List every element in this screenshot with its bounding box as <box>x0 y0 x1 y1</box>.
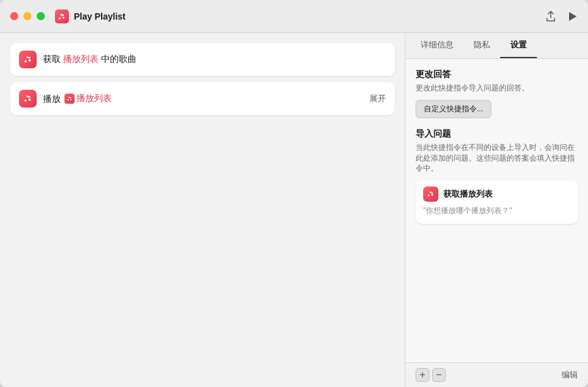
close-button[interactable] <box>10 12 18 20</box>
window-title: Play Playlist <box>74 11 126 22</box>
change-response-title: 更改回答 <box>416 69 578 80</box>
inline-music-icon <box>64 94 75 104</box>
action-play-playlist[interactable]: 播放 播放列表 展开 <box>10 82 395 115</box>
play-playlist-label: 播放 播放列表 <box>43 93 112 105</box>
svg-point-8 <box>70 99 71 100</box>
import-title: 导入问题 <box>416 128 578 140</box>
traffic-lights <box>10 12 45 20</box>
expand-button[interactable]: 展开 <box>361 87 395 111</box>
import-desc: 当此快捷指令在不同的设备上导入时，会询问在此处添加的问题。这些问题的答案会填入快… <box>416 142 578 174</box>
main-content: 获取 播放列表 中的歌曲 播放 <box>0 33 588 387</box>
svg-point-10 <box>431 194 433 195</box>
app-window: Play Playlist <box>0 0 588 387</box>
svg-point-6 <box>28 99 31 101</box>
import-question-card[interactable]: 获取播放列表 "你想播放哪个播放列表？" <box>416 180 578 224</box>
app-icon <box>55 9 69 23</box>
custom-shortcut-button[interactable]: 自定义快捷指令... <box>416 100 491 118</box>
tab-settings[interactable]: 设置 <box>500 33 537 58</box>
play-button[interactable] <box>567 11 578 22</box>
playlist-link-2[interactable]: 播放列表 <box>76 93 112 104</box>
maximize-button[interactable] <box>37 12 45 20</box>
titlebar-actions <box>545 11 578 22</box>
get-songs-label: 获取 播放列表 中的歌曲 <box>43 54 136 65</box>
tab-privacy[interactable]: 隐私 <box>464 33 500 58</box>
import-card-subtitle: "你想播放哪个播放列表？" <box>416 206 578 224</box>
svg-point-0 <box>59 17 61 19</box>
import-card-title: 获取播放列表 <box>443 188 493 200</box>
bottom-actions-bar: + − 编辑 <box>405 362 588 387</box>
svg-point-1 <box>63 16 64 18</box>
share-button[interactable] <box>545 11 556 22</box>
left-pane: 获取 播放列表 中的歌曲 播放 <box>0 33 405 387</box>
svg-point-5 <box>25 99 27 102</box>
svg-marker-2 <box>569 12 577 21</box>
add-question-button[interactable]: + <box>416 368 429 382</box>
playlist-link-1[interactable]: 播放列表 <box>63 54 99 64</box>
import-card-music-icon <box>423 187 438 202</box>
svg-point-3 <box>25 60 27 63</box>
minimize-button[interactable] <box>23 12 32 20</box>
music-icon-1 <box>19 51 37 68</box>
tabs-bar: 详细信息 隐私 设置 <box>405 33 588 59</box>
svg-point-4 <box>28 59 31 62</box>
tab-details[interactable]: 详细信息 <box>411 33 464 58</box>
remove-question-button[interactable]: − <box>432 368 446 382</box>
svg-point-9 <box>428 194 429 196</box>
music-icon-2 <box>19 90 37 108</box>
settings-panel: 更改回答 更改此快捷指令导入问题的回答。 自定义快捷指令... 导入问题 当此快… <box>405 59 588 362</box>
right-pane: 详细信息 隐私 设置 更改回答 更改此快捷指令导入问题的回答。 自定义快捷指令.… <box>405 33 588 387</box>
change-response-desc: 更改此快捷指令导入问题的回答。 <box>416 83 578 94</box>
titlebar: Play Playlist <box>0 0 588 33</box>
svg-point-7 <box>68 99 69 101</box>
edit-button[interactable]: 编辑 <box>561 369 578 381</box>
import-card-header: 获取播放列表 <box>416 180 578 206</box>
action-get-songs[interactable]: 获取 播放列表 中的歌曲 <box>10 43 395 76</box>
